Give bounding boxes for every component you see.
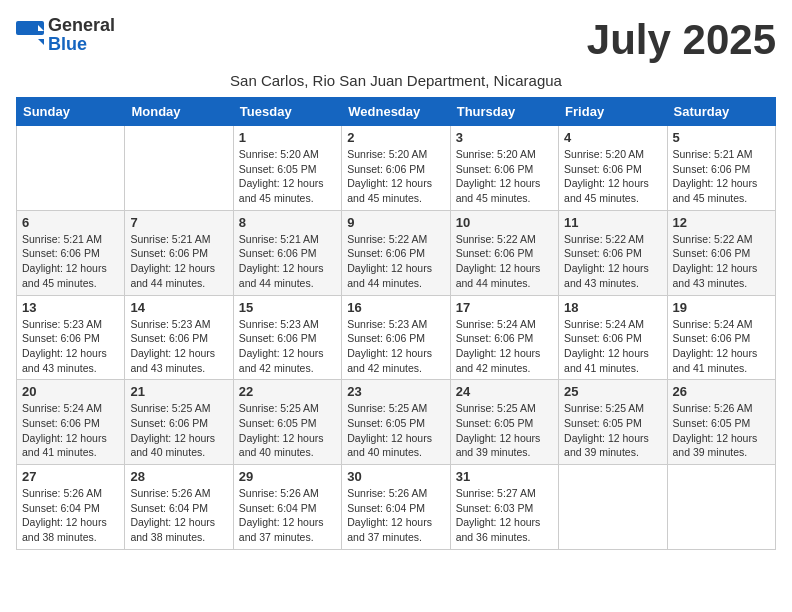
day-info: Sunrise: 5:20 AMSunset: 6:06 PMDaylight:…: [564, 147, 661, 206]
day-number: 17: [456, 300, 553, 315]
day-info: Sunrise: 5:24 AMSunset: 6:06 PMDaylight:…: [456, 317, 553, 376]
day-cell: 27Sunrise: 5:26 AMSunset: 6:04 PMDayligh…: [17, 465, 125, 550]
day-number: 12: [673, 215, 770, 230]
week-row-2: 6Sunrise: 5:21 AMSunset: 6:06 PMDaylight…: [17, 210, 776, 295]
day-number: 2: [347, 130, 444, 145]
day-info: Sunrise: 5:20 AMSunset: 6:06 PMDaylight:…: [347, 147, 444, 206]
day-cell: 17Sunrise: 5:24 AMSunset: 6:06 PMDayligh…: [450, 295, 558, 380]
day-info: Sunrise: 5:21 AMSunset: 6:06 PMDaylight:…: [130, 232, 227, 291]
day-cell: 30Sunrise: 5:26 AMSunset: 6:04 PMDayligh…: [342, 465, 450, 550]
day-cell: 13Sunrise: 5:23 AMSunset: 6:06 PMDayligh…: [17, 295, 125, 380]
day-number: 9: [347, 215, 444, 230]
day-info: Sunrise: 5:25 AMSunset: 6:06 PMDaylight:…: [130, 401, 227, 460]
day-info: Sunrise: 5:24 AMSunset: 6:06 PMDaylight:…: [673, 317, 770, 376]
day-info: Sunrise: 5:25 AMSunset: 6:05 PMDaylight:…: [564, 401, 661, 460]
day-number: 7: [130, 215, 227, 230]
header: General Blue July 2025: [16, 16, 776, 64]
day-info: Sunrise: 5:23 AMSunset: 6:06 PMDaylight:…: [239, 317, 336, 376]
day-number: 27: [22, 469, 119, 484]
day-cell: [17, 126, 125, 211]
svg-rect-1: [16, 35, 44, 49]
day-cell: 28Sunrise: 5:26 AMSunset: 6:04 PMDayligh…: [125, 465, 233, 550]
week-row-3: 13Sunrise: 5:23 AMSunset: 6:06 PMDayligh…: [17, 295, 776, 380]
day-number: 26: [673, 384, 770, 399]
day-number: 4: [564, 130, 661, 145]
day-number: 28: [130, 469, 227, 484]
day-cell: 8Sunrise: 5:21 AMSunset: 6:06 PMDaylight…: [233, 210, 341, 295]
month-title: July 2025: [587, 16, 776, 64]
day-info: Sunrise: 5:20 AMSunset: 6:06 PMDaylight:…: [456, 147, 553, 206]
day-info: Sunrise: 5:25 AMSunset: 6:05 PMDaylight:…: [347, 401, 444, 460]
day-info: Sunrise: 5:26 AMSunset: 6:04 PMDaylight:…: [22, 486, 119, 545]
day-cell: 19Sunrise: 5:24 AMSunset: 6:06 PMDayligh…: [667, 295, 775, 380]
day-number: 10: [456, 215, 553, 230]
day-cell: 18Sunrise: 5:24 AMSunset: 6:06 PMDayligh…: [559, 295, 667, 380]
day-cell: 16Sunrise: 5:23 AMSunset: 6:06 PMDayligh…: [342, 295, 450, 380]
day-info: Sunrise: 5:22 AMSunset: 6:06 PMDaylight:…: [456, 232, 553, 291]
day-cell: 26Sunrise: 5:26 AMSunset: 6:05 PMDayligh…: [667, 380, 775, 465]
day-number: 16: [347, 300, 444, 315]
day-cell: 9Sunrise: 5:22 AMSunset: 6:06 PMDaylight…: [342, 210, 450, 295]
day-info: Sunrise: 5:24 AMSunset: 6:06 PMDaylight:…: [22, 401, 119, 460]
day-cell: 1Sunrise: 5:20 AMSunset: 6:05 PMDaylight…: [233, 126, 341, 211]
day-number: 31: [456, 469, 553, 484]
day-number: 24: [456, 384, 553, 399]
day-cell: [125, 126, 233, 211]
weekday-header-wednesday: Wednesday: [342, 98, 450, 126]
day-cell: 31Sunrise: 5:27 AMSunset: 6:03 PMDayligh…: [450, 465, 558, 550]
logo: General Blue: [16, 16, 115, 54]
day-cell: 11Sunrise: 5:22 AMSunset: 6:06 PMDayligh…: [559, 210, 667, 295]
logo-icon: [16, 21, 44, 49]
day-cell: 5Sunrise: 5:21 AMSunset: 6:06 PMDaylight…: [667, 126, 775, 211]
day-number: 22: [239, 384, 336, 399]
day-info: Sunrise: 5:21 AMSunset: 6:06 PMDaylight:…: [22, 232, 119, 291]
day-cell: [667, 465, 775, 550]
day-info: Sunrise: 5:24 AMSunset: 6:06 PMDaylight:…: [564, 317, 661, 376]
day-info: Sunrise: 5:22 AMSunset: 6:06 PMDaylight:…: [347, 232, 444, 291]
day-info: Sunrise: 5:23 AMSunset: 6:06 PMDaylight:…: [130, 317, 227, 376]
day-info: Sunrise: 5:22 AMSunset: 6:06 PMDaylight:…: [673, 232, 770, 291]
day-number: 8: [239, 215, 336, 230]
day-number: 21: [130, 384, 227, 399]
day-cell: 29Sunrise: 5:26 AMSunset: 6:04 PMDayligh…: [233, 465, 341, 550]
weekday-header-row: SundayMondayTuesdayWednesdayThursdayFrid…: [17, 98, 776, 126]
day-cell: 6Sunrise: 5:21 AMSunset: 6:06 PMDaylight…: [17, 210, 125, 295]
weekday-header-thursday: Thursday: [450, 98, 558, 126]
day-info: Sunrise: 5:21 AMSunset: 6:06 PMDaylight:…: [239, 232, 336, 291]
logo-text: General Blue: [48, 16, 115, 54]
day-cell: 3Sunrise: 5:20 AMSunset: 6:06 PMDaylight…: [450, 126, 558, 211]
day-info: Sunrise: 5:26 AMSunset: 6:04 PMDaylight:…: [239, 486, 336, 545]
day-number: 11: [564, 215, 661, 230]
calendar-table: SundayMondayTuesdayWednesdayThursdayFrid…: [16, 97, 776, 550]
day-cell: 7Sunrise: 5:21 AMSunset: 6:06 PMDaylight…: [125, 210, 233, 295]
logo-blue: Blue: [48, 34, 87, 54]
day-number: 19: [673, 300, 770, 315]
day-number: 23: [347, 384, 444, 399]
day-cell: 20Sunrise: 5:24 AMSunset: 6:06 PMDayligh…: [17, 380, 125, 465]
day-info: Sunrise: 5:26 AMSunset: 6:04 PMDaylight:…: [347, 486, 444, 545]
day-cell: 2Sunrise: 5:20 AMSunset: 6:06 PMDaylight…: [342, 126, 450, 211]
day-cell: 12Sunrise: 5:22 AMSunset: 6:06 PMDayligh…: [667, 210, 775, 295]
day-info: Sunrise: 5:23 AMSunset: 6:06 PMDaylight:…: [22, 317, 119, 376]
day-number: 5: [673, 130, 770, 145]
day-info: Sunrise: 5:26 AMSunset: 6:05 PMDaylight:…: [673, 401, 770, 460]
subtitle: San Carlos, Rio San Juan Department, Nic…: [16, 72, 776, 89]
logo-general: General: [48, 15, 115, 35]
weekday-header-monday: Monday: [125, 98, 233, 126]
day-info: Sunrise: 5:25 AMSunset: 6:05 PMDaylight:…: [239, 401, 336, 460]
day-info: Sunrise: 5:22 AMSunset: 6:06 PMDaylight:…: [564, 232, 661, 291]
day-number: 14: [130, 300, 227, 315]
day-number: 3: [456, 130, 553, 145]
day-number: 30: [347, 469, 444, 484]
day-cell: 21Sunrise: 5:25 AMSunset: 6:06 PMDayligh…: [125, 380, 233, 465]
week-row-5: 27Sunrise: 5:26 AMSunset: 6:04 PMDayligh…: [17, 465, 776, 550]
day-number: 20: [22, 384, 119, 399]
day-info: Sunrise: 5:26 AMSunset: 6:04 PMDaylight:…: [130, 486, 227, 545]
day-cell: [559, 465, 667, 550]
day-number: 29: [239, 469, 336, 484]
week-row-1: 1Sunrise: 5:20 AMSunset: 6:05 PMDaylight…: [17, 126, 776, 211]
day-number: 25: [564, 384, 661, 399]
day-cell: 23Sunrise: 5:25 AMSunset: 6:05 PMDayligh…: [342, 380, 450, 465]
day-number: 13: [22, 300, 119, 315]
day-cell: 10Sunrise: 5:22 AMSunset: 6:06 PMDayligh…: [450, 210, 558, 295]
